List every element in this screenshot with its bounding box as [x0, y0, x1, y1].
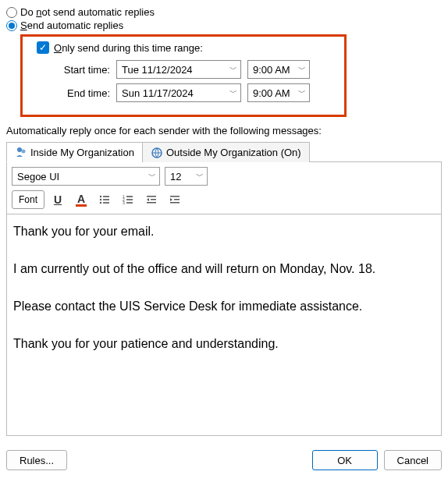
radio-do-not-send[interactable]: Do not send automatic replies — [6, 6, 442, 18]
tab-outside[interactable]: Outside My Organization (On) — [142, 142, 310, 162]
chevron-down-icon: ﹀ — [295, 87, 306, 98]
radio-checked-icon — [6, 20, 17, 31]
start-time-row: Start time: Tue 11/12/2024 ﹀ 9:00 AM ﹀ — [54, 60, 336, 79]
svg-rect-12 — [126, 199, 133, 200]
tab-outside-label: Outside My Organization (On) — [166, 147, 301, 158]
chevron-down-icon: ﹀ — [226, 64, 237, 75]
chevron-down-icon: ﹀ — [226, 87, 237, 98]
only-send-checkbox[interactable]: ✓ Only send during this time range: — [37, 41, 336, 54]
start-time-label: Start time: — [54, 64, 110, 76]
font-name-select[interactable]: Segoe UI ﹀ — [12, 167, 160, 186]
start-time-dropdown[interactable]: 9:00 AM ﹀ — [247, 60, 310, 79]
svg-rect-14 — [126, 202, 133, 204]
increase-indent-button[interactable] — [165, 191, 185, 208]
footer: Rules... OK Cancel — [6, 450, 442, 470]
checkbox-checked-icon: ✓ — [37, 41, 49, 54]
svg-point-5 — [100, 199, 101, 200]
chevron-down-icon: ﹀ — [145, 171, 156, 182]
globe-icon — [151, 147, 163, 159]
svg-point-7 — [100, 202, 101, 204]
svg-rect-15 — [147, 196, 156, 197]
font-color-icon: A — [76, 193, 87, 207]
radio-do-not-send-label: Do not send automatic replies — [20, 6, 155, 18]
tab-inside-label: Inside My Organization — [30, 147, 134, 158]
section-description: Automatically reply once for each sender… — [6, 125, 442, 136]
chevron-down-icon: ﹀ — [193, 171, 204, 182]
indent-icon — [169, 193, 181, 206]
svg-point-0 — [17, 147, 22, 152]
end-time-value: 9:00 AM — [253, 87, 290, 99]
cancel-button[interactable]: Cancel — [384, 450, 442, 470]
font-size-value: 12 — [170, 171, 181, 182]
svg-rect-8 — [103, 202, 109, 204]
svg-rect-19 — [174, 199, 180, 200]
font-size-select[interactable]: 12 ﹀ — [165, 167, 208, 186]
people-icon — [15, 146, 27, 158]
start-time-value: 9:00 AM — [253, 64, 290, 76]
outdent-icon — [145, 193, 158, 206]
end-date-dropdown[interactable]: Sun 11/17/2024 ﹀ — [116, 83, 241, 102]
message-editor[interactable]: Thank you for your email. I am currently… — [6, 214, 442, 436]
svg-rect-20 — [170, 202, 180, 204]
svg-rect-16 — [151, 199, 156, 200]
tab-inside[interactable]: Inside My Organization — [6, 142, 143, 162]
tabs: Inside My Organization Outside My Organi… — [6, 141, 442, 162]
end-date-value: Sun 11/17/2024 — [122, 87, 194, 99]
svg-point-1 — [22, 150, 26, 154]
bullet-list-icon — [98, 193, 111, 206]
number-list-icon: 123 — [122, 193, 134, 206]
font-name-value: Segoe UI — [17, 171, 59, 182]
svg-rect-18 — [170, 196, 180, 197]
radio-unchecked-icon — [6, 7, 17, 18]
ok-button[interactable]: OK — [312, 450, 378, 470]
number-list-button[interactable]: 123 — [118, 191, 138, 208]
editor-toolbar: Segoe UI ﹀ 12 ﹀ Font U A 123 — [6, 162, 442, 214]
bullet-list-button[interactable] — [94, 191, 115, 208]
end-time-row: End time: Sun 11/17/2024 ﹀ 9:00 AM ﹀ — [54, 83, 336, 102]
end-time-label: End time: — [54, 87, 110, 99]
radio-send-label: Send automatic replies — [20, 19, 123, 31]
svg-point-3 — [100, 196, 101, 197]
decrease-indent-button[interactable] — [141, 191, 162, 208]
rules-button[interactable]: Rules... — [6, 450, 67, 470]
radio-send[interactable]: Send automatic replies — [6, 19, 442, 31]
svg-text:3: 3 — [123, 200, 125, 205]
svg-rect-4 — [103, 196, 109, 197]
font-button[interactable]: Font — [12, 190, 44, 209]
chevron-down-icon: ﹀ — [295, 64, 306, 75]
time-range-box: ✓ Only send during this time range: Star… — [20, 34, 347, 117]
svg-rect-10 — [126, 196, 133, 197]
start-date-value: Tue 11/12/2024 — [122, 64, 193, 76]
only-send-label: Only send during this time range: — [54, 42, 203, 54]
start-date-dropdown[interactable]: Tue 11/12/2024 ﹀ — [116, 60, 241, 79]
svg-rect-6 — [103, 199, 109, 200]
end-time-dropdown[interactable]: 9:00 AM ﹀ — [247, 83, 310, 102]
font-color-button[interactable]: A — [71, 191, 91, 208]
underline-button[interactable]: U — [48, 191, 68, 208]
svg-rect-17 — [147, 202, 156, 204]
